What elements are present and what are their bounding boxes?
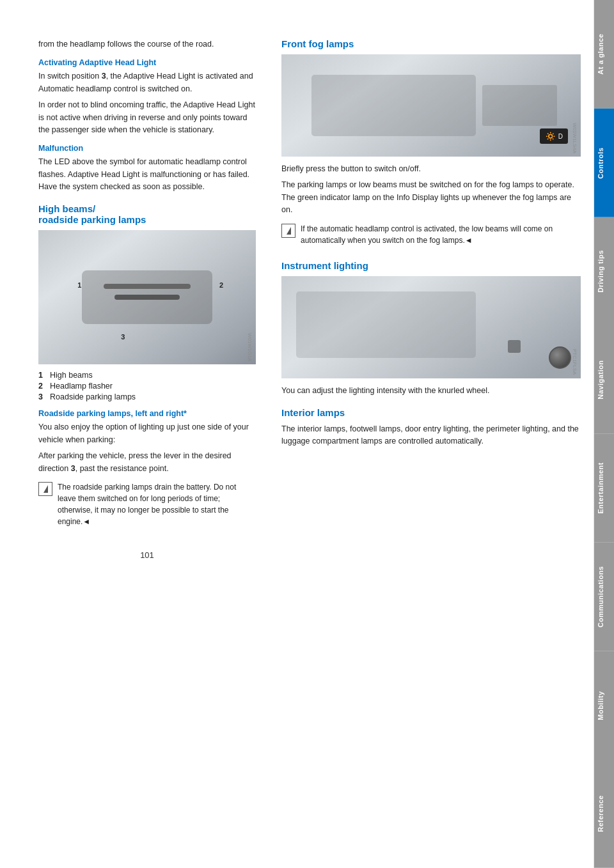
activating-p2: In order not to blind oncoming traffic, … <box>38 99 256 136</box>
fog-button-visual: 🔅 D <box>540 128 568 144</box>
interior-heading: Interior lamps <box>281 407 581 418</box>
note-icon <box>38 482 52 496</box>
activating-p1: In switch position 3, the Adaptive Head … <box>38 70 256 95</box>
front-fog-p1: Briefly press the button to switch on/of… <box>281 163 581 175</box>
list-num-1: 1 <box>38 371 50 380</box>
note-fog-icon <box>281 224 295 238</box>
front-fog-p2: The parking lamps or low beams must be s… <box>281 179 581 216</box>
front-fog-heading: Front fog lamps <box>281 38 581 49</box>
sidebar-tab-mobility[interactable]: Mobility <box>594 651 614 760</box>
list-label-2: Headlamp flasher <box>50 382 113 391</box>
instrument-image: PTC1FLSA <box>281 276 581 378</box>
note-roadside: The roadside parking lamps drain the bat… <box>38 481 256 531</box>
instrument-text: You can adjust the lighting intensity wi… <box>281 385 581 397</box>
interior-text: The interior lamps, footwell lamps, door… <box>281 423 581 448</box>
img-num-1: 1 <box>77 281 81 289</box>
sidebar-tab-driving-tips[interactable]: Driving tips <box>594 217 614 326</box>
intro-text: from the headlamp follows the course of … <box>38 38 256 50</box>
malfunction-heading: Malfunction <box>38 144 256 153</box>
sidebar-tab-controls[interactable]: Controls <box>594 109 614 217</box>
img-num-2: 2 <box>219 281 223 289</box>
sidebar-tab-navigation[interactable]: Navigation <box>594 325 614 434</box>
page-number: 101 <box>38 550 256 560</box>
list-item-2: 2 Headlamp flasher <box>38 382 256 391</box>
list-num-3: 3 <box>38 392 50 401</box>
watermark-right-fog: W01W1LS4A <box>572 123 578 153</box>
roadside-p2: After parking the vehicle, press the lev… <box>38 450 256 475</box>
img-num-3: 3 <box>121 333 125 341</box>
sidebar-tab-reference[interactable]: Reference <box>594 759 614 868</box>
front-fog-image: 🔅 D W01W1LS4A <box>281 54 581 157</box>
activating-heading: Activating Adaptive Head Light <box>38 58 256 67</box>
list-item-3: 3 Roadside parking lamps <box>38 392 256 401</box>
note-triangle-icon <box>43 485 48 493</box>
list-label-1: High beams <box>50 371 93 380</box>
note-roadside-text: The roadside parking lamps drain the bat… <box>58 481 256 527</box>
watermark-left: W01W1G1A <box>247 333 253 361</box>
malfunction-text: The LED above the symbol for automatic h… <box>38 156 256 193</box>
high-beams-heading: High beams/roadside parking lamps <box>38 203 256 225</box>
watermark-right-inst: PTC1FLSA <box>572 349 578 375</box>
list-item-1: 1 High beams <box>38 371 256 380</box>
note-fog: If the automatic headlamp control is act… <box>281 223 581 250</box>
list-items: 1 High beams 2 Headlamp flasher 3 Roadsi… <box>38 371 256 401</box>
fog-button-label: D <box>558 133 563 140</box>
roadside-p1: You also enjoy the option of lighting up… <box>38 421 256 446</box>
list-num-2: 2 <box>38 382 50 391</box>
high-beams-image: 1 2 3 W01W1G1A <box>38 230 256 364</box>
roadside-heading: Roadside parking lamps, left and right* <box>38 409 256 418</box>
instrument-heading: Instrument lighting <box>281 260 581 271</box>
knurled-wheel <box>549 346 571 369</box>
note-fog-text: If the automatic headlamp control is act… <box>301 223 581 246</box>
list-label-3: Roadside parking lamps <box>50 392 136 401</box>
sidebar-tab-communications[interactable]: Communications <box>594 543 614 651</box>
note-fog-triangle-icon <box>287 227 291 235</box>
sidebar: At a glance Controls Driving tips Naviga… <box>594 0 614 868</box>
sidebar-tab-entertainment[interactable]: Entertainment <box>594 434 614 543</box>
sidebar-tab-at-glance[interactable]: At a glance <box>594 0 614 109</box>
fog-lamp-icon: 🔅 <box>545 131 556 141</box>
